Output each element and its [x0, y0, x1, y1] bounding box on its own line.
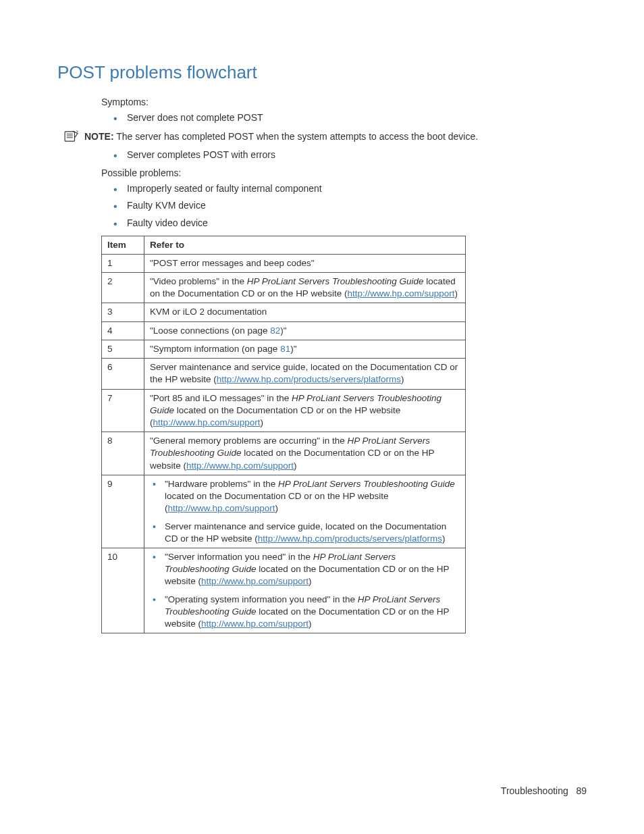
hyperlink[interactable]: http://www.hp.com/products/servers/platf… — [258, 533, 442, 544]
symptoms-label: Symptoms: — [101, 97, 587, 107]
hyperlink[interactable]: http://www.hp.com/support — [153, 417, 261, 427]
table-cell-item: 9 — [102, 475, 144, 548]
note-text: NOTE: The server has completed POST when… — [84, 130, 478, 144]
hyperlink[interactable]: http://www.hp.com/support — [201, 619, 308, 629]
page-content: POST problems flowchart Symptoms: Server… — [0, 0, 644, 633]
list-item: Server does not complete POST — [101, 111, 587, 125]
table-row: 8"General memory problems are occurring"… — [102, 432, 466, 475]
table-header-item: Item — [102, 236, 144, 254]
table-cell-refer: "Port 85 and iLO messages" in the HP Pro… — [144, 389, 466, 432]
table-row: 7"Port 85 and iLO messages" in the HP Pr… — [102, 389, 466, 432]
table-cell-item: 5 — [102, 340, 144, 358]
hyperlink[interactable]: http://www.hp.com/support — [347, 288, 454, 298]
footer-page: 89 — [576, 785, 587, 796]
italic-title: HP ProLiant Servers Troubleshooting Guid… — [150, 393, 441, 415]
table-cell-refer: "Hardware problems" in the HP ProLiant S… — [144, 475, 466, 548]
list-item: Improperly seated or faulty internal com… — [101, 182, 587, 196]
table-cell-refer: "Symptom information (on page 81)" — [144, 340, 466, 358]
possible-label: Possible problems: — [101, 167, 587, 178]
note-body: The server has completed POST when the s… — [116, 131, 478, 142]
table-cell-item: 2 — [102, 273, 144, 303]
table-cell-item: 8 — [102, 432, 144, 475]
cell-bullet-list: "Server information you need" in the HP … — [150, 551, 460, 630]
table-row: 9"Hardware problems" in the HP ProLiant … — [102, 475, 466, 548]
cell-bullet-list: "Hardware problems" in the HP ProLiant S… — [150, 478, 460, 545]
table-row: 2"Video problems" in the HP ProLiant Ser… — [102, 273, 466, 303]
symptoms2-block: Server completes POST with errors Possib… — [101, 149, 587, 230]
italic-title: HP ProLiant Servers Troubleshooting Guid… — [165, 594, 440, 617]
list-item: "Operating system information you need" … — [150, 594, 460, 631]
table-cell-item: 10 — [102, 548, 144, 633]
table-cell-refer: "General memory problems are occurring" … — [144, 432, 466, 475]
table-row: 5"Symptom information (on page 81)" — [102, 340, 466, 358]
table-header-refer: Refer to — [144, 236, 466, 254]
list-item: "Hardware problems" in the HP ProLiant S… — [150, 478, 460, 515]
hyperlink[interactable]: http://www.hp.com/support — [168, 503, 275, 513]
list-item: "Server information you need" in the HP … — [150, 551, 460, 588]
note-icon — [64, 130, 79, 142]
table-cell-refer: "POST error messages and beep codes" — [144, 254, 466, 272]
table-cell-item: 3 — [102, 303, 144, 321]
page-footer: Troubleshooting 89 — [501, 785, 587, 796]
possible-list: Improperly seated or faulty internal com… — [101, 182, 587, 230]
table-cell-item: 6 — [102, 359, 144, 389]
page-reference[interactable]: 82 — [270, 325, 280, 336]
table-row: 4"Loose connections (on page 82)" — [102, 321, 466, 340]
svg-rect-0 — [65, 131, 74, 140]
table-cell-item: 1 — [102, 254, 144, 272]
table-cell-item: 4 — [102, 321, 144, 340]
note-label: NOTE: — [84, 131, 114, 142]
italic-title: HP ProLiant Servers Troubleshooting Guid… — [278, 479, 455, 489]
page-reference[interactable]: 81 — [280, 344, 290, 354]
list-item: Faulty KVM device — [101, 199, 587, 213]
hyperlink[interactable]: http://www.hp.com/support — [186, 461, 294, 471]
table-cell-refer: "Video problems" in the HP ProLiant Serv… — [144, 273, 466, 303]
list-item: Faulty video device — [101, 217, 587, 230]
table-cell-refer: "Server information you need" in the HP … — [144, 548, 466, 633]
symptoms-list: Server does not complete POST — [101, 111, 587, 125]
table-cell-refer: KVM or iLO 2 documentation — [144, 303, 466, 321]
table-row: 1"POST error messages and beep codes" — [102, 254, 466, 272]
italic-title: HP ProLiant Servers Troubleshooting Guid… — [150, 436, 430, 458]
table-cell-refer: "Loose connections (on page 82)" — [144, 321, 466, 340]
list-item: Server completes POST with errors — [101, 149, 587, 162]
table-cell-item: 7 — [102, 389, 144, 432]
symptoms-block: Symptoms: Server does not complete POST — [101, 97, 587, 125]
italic-title: HP ProLiant Servers Troubleshooting Guid… — [165, 552, 396, 574]
list-item: Server maintenance and service guide, lo… — [150, 521, 460, 545]
symptoms2-list: Server completes POST with errors — [101, 149, 587, 162]
table-row: 10"Server information you need" in the H… — [102, 548, 466, 633]
reference-table: Item Refer to 1"POST error messages and … — [101, 236, 466, 634]
hyperlink[interactable]: http://www.hp.com/products/servers/platf… — [217, 374, 401, 384]
note-block: NOTE: The server has completed POST when… — [64, 130, 587, 144]
italic-title: HP ProLiant Servers Troubleshooting Guid… — [247, 276, 424, 286]
hyperlink[interactable]: http://www.hp.com/support — [201, 576, 308, 586]
table-row: 6Server maintenance and service guide, l… — [102, 359, 466, 389]
table-row: 3KVM or iLO 2 documentation — [102, 303, 466, 321]
page-title: POST problems flowchart — [57, 62, 587, 83]
footer-section: Troubleshooting — [501, 785, 568, 796]
table-cell-refer: Server maintenance and service guide, lo… — [144, 359, 466, 389]
